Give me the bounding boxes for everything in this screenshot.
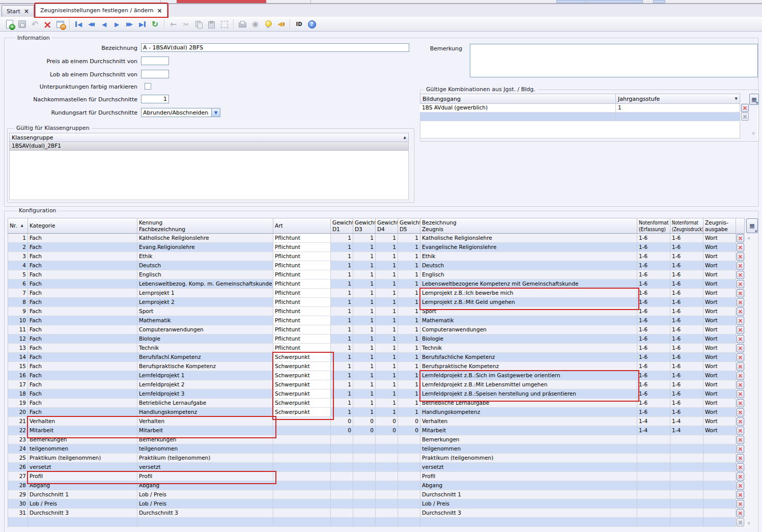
id-button[interactable]: [293, 18, 305, 30]
config-cell[interactable]: 13: [8, 344, 28, 353]
config-cell[interactable]: [398, 490, 420, 499]
next-record-button[interactable]: [111, 18, 123, 30]
column-header-notenformat-zeugnisdruck[interactable]: Notenformat (Zeugnisdruck): [670, 218, 703, 234]
config-cell[interactable]: [670, 454, 703, 463]
config-cell[interactable]: [376, 444, 398, 454]
config-cell[interactable]: [331, 509, 353, 518]
config-cell[interactable]: 1-6: [637, 353, 670, 362]
config-cell[interactable]: Wort: [703, 344, 736, 353]
config-cell[interactable]: [273, 481, 331, 490]
config-cell[interactable]: [28, 518, 137, 527]
config-cell[interactable]: 1: [353, 353, 376, 362]
config-cell[interactable]: teilgenommen: [420, 444, 637, 454]
config-cell[interactable]: Lebensweltbezog. Komp. m. Gemeinschaftsk…: [137, 279, 273, 289]
rundungsart-select[interactable]: Abrunden/Abschneiden ▼: [141, 108, 220, 117]
config-cell[interactable]: 1: [353, 399, 376, 408]
config-cell[interactable]: 1: [331, 279, 353, 289]
config-cell[interactable]: 1: [376, 389, 398, 399]
config-cell[interactable]: [637, 454, 670, 463]
config-cell[interactable]: 1: [353, 270, 376, 279]
config-cell[interactable]: teilgenommen: [137, 444, 273, 454]
config-cell[interactable]: [398, 454, 420, 463]
config-cell[interactable]: 1-6: [670, 279, 703, 289]
config-cell[interactable]: 1: [398, 252, 420, 261]
config-cell[interactable]: 1: [331, 298, 353, 307]
config-cell[interactable]: [353, 490, 376, 499]
config-cell[interactable]: 8: [8, 298, 28, 307]
config-cell[interactable]: 1: [398, 307, 420, 316]
config-cell[interactable]: versetzt: [28, 463, 137, 472]
config-cell[interactable]: 1: [331, 380, 353, 389]
column-chooser-button[interactable]: [749, 94, 759, 105]
config-cell[interactable]: 25: [8, 454, 28, 463]
config-cell[interactable]: 3: [8, 252, 28, 261]
scroll-up-icon[interactable]: ▲: [747, 235, 750, 240]
config-cell[interactable]: 1: [331, 399, 353, 408]
config-cell[interactable]: 1: [398, 316, 420, 325]
tab-close-icon[interactable]: ×: [157, 8, 162, 14]
config-cell[interactable]: Deutsch: [137, 261, 273, 270]
config-cell[interactable]: Schwerpunkt: [273, 353, 331, 362]
config-cell[interactable]: Betriebliche Lernaufgabe: [420, 399, 637, 408]
config-cell[interactable]: 1: [376, 399, 398, 408]
config-cell[interactable]: [703, 472, 736, 481]
config-cell[interactable]: 1: [376, 344, 398, 353]
config-cell[interactable]: [670, 509, 703, 518]
delete-kombination-button[interactable]: ×: [741, 113, 749, 121]
config-cell[interactable]: Wort: [703, 389, 736, 399]
config-cell[interactable]: Wort: [703, 371, 736, 380]
config-cell[interactable]: 1: [353, 380, 376, 389]
config-cell[interactable]: 12: [8, 334, 28, 344]
config-cell[interactable]: 1: [398, 362, 420, 371]
config-cell[interactable]: 1: [353, 234, 376, 243]
config-cell[interactable]: 1-4: [670, 417, 703, 426]
config-cell[interactable]: [273, 509, 331, 518]
config-cell[interactable]: 1-6: [637, 289, 670, 298]
config-cell[interactable]: 1-6: [637, 279, 670, 289]
config-cell[interactable]: [331, 499, 353, 509]
config-cell[interactable]: 0: [376, 426, 398, 435]
config-cell[interactable]: 1-6: [670, 362, 703, 371]
config-cell[interactable]: [703, 435, 736, 444]
config-cell[interactable]: Fach: [28, 408, 137, 417]
bildungsgang-cell[interactable]: [420, 113, 616, 121]
config-cell[interactable]: 1: [376, 408, 398, 417]
config-cell[interactable]: 29: [8, 490, 28, 499]
config-cell[interactable]: [331, 463, 353, 472]
config-cell[interactable]: Pflichtunt: [273, 325, 331, 334]
config-cell[interactable]: [273, 417, 331, 426]
config-cell[interactable]: Wort: [703, 261, 736, 270]
scroll-down-icon[interactable]: ▼: [752, 131, 755, 136]
config-cell[interactable]: 14: [8, 353, 28, 362]
config-cell[interactable]: [703, 463, 736, 472]
config-cell[interactable]: Lernfeldprojekt 2: [137, 380, 273, 389]
config-cell[interactable]: 1: [398, 380, 420, 389]
config-cell[interactable]: 22: [8, 426, 28, 435]
config-cell[interactable]: Durchschnitt 3: [420, 509, 637, 518]
config-cell[interactable]: [703, 509, 736, 518]
config-cell[interactable]: 1: [376, 307, 398, 316]
config-cell[interactable]: Fach: [28, 261, 137, 270]
help-button[interactable]: [306, 18, 318, 30]
config-cell[interactable]: Profil: [420, 472, 637, 481]
delete-row-button[interactable]: ×: [737, 326, 744, 334]
config-cell[interactable]: 31: [8, 509, 28, 518]
config-cell[interactable]: [398, 472, 420, 481]
column-header-bildungsgang[interactable]: Bildungsgang: [420, 94, 616, 104]
fast-forward-button[interactable]: [124, 18, 135, 30]
config-cell[interactable]: [331, 490, 353, 499]
last-record-button[interactable]: [136, 18, 148, 30]
config-cell[interactable]: 1-6: [637, 399, 670, 408]
config-cell[interactable]: 26: [8, 463, 28, 472]
config-cell[interactable]: [637, 472, 670, 481]
config-cell[interactable]: 21: [8, 417, 28, 426]
config-cell[interactable]: [353, 463, 376, 472]
config-cell[interactable]: 1: [353, 307, 376, 316]
config-cell[interactable]: 1: [331, 371, 353, 380]
config-cell[interactable]: Wort: [703, 380, 736, 389]
config-cell[interactable]: 20: [8, 408, 28, 417]
config-cell[interactable]: 1-6: [637, 316, 670, 325]
config-cell[interactable]: Pflichtunt: [273, 298, 331, 307]
config-cell[interactable]: 1-6: [637, 298, 670, 307]
config-cell[interactable]: 1: [376, 362, 398, 371]
